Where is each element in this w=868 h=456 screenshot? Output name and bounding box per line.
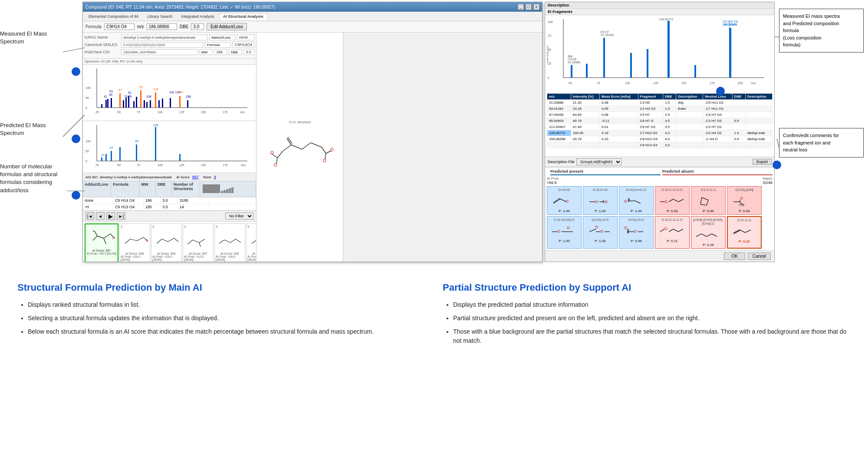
structure-item-selected[interactable]: O AI Score: 867 AI Prob. +50.5 [51/40] <box>85 223 118 262</box>
nav-prev-btn[interactable]: ◄ <box>96 212 105 220</box>
window-titlebar: Compound (ID: 048, RT: 11.04 min, Area: … <box>83 2 542 12</box>
svg-rect-22 <box>170 98 171 108</box>
tab-ai-structural[interactable]: AI Structural Analysis <box>219 13 267 20</box>
svg-line-97 <box>224 240 230 243</box>
partial-item-present[interactable]: O=C(-O-C OO P: 0.99 <box>619 216 654 249</box>
svg-text:O: O <box>664 200 667 204</box>
svg-text:0: 0 <box>85 106 87 109</box>
export-btn[interactable]: Export <box>753 159 772 165</box>
measured-ei-annotation: Measured EI Mass Spectrum <box>0 30 63 46</box>
close-btn[interactable]: × <box>533 4 539 10</box>
rank-value[interactable]: 9 <box>214 175 216 179</box>
partial-item-absent[interactable]: C-O-C-C-C-C O P: 0.21 <box>655 216 690 249</box>
svg-text:125: 125 <box>179 164 184 167</box>
nav-first-btn[interactable]: |◄ <box>85 212 94 220</box>
partial-item-present[interactable]: C-O-C=O OO P: 1.00 <box>583 186 618 215</box>
col-dbe2: DBE <box>732 94 745 100</box>
svg-rect-69 <box>203 184 220 193</box>
nav-play-btn[interactable]: ▶ <box>106 212 115 220</box>
partial-structure-list: Displays the predicted partial structure… <box>443 300 851 345</box>
svg-line-79 <box>104 238 106 244</box>
iupac-value: dimethyl 2-methyl-4-methylidenepentanedi… <box>121 35 207 40</box>
filter-select[interactable]: No Filter <box>225 213 253 220</box>
bottom-li: Displays ranked structural formulas in l… <box>28 300 425 309</box>
svg-line-81 <box>93 231 95 232</box>
svg-text:m/z: m/z <box>751 82 756 85</box>
svg-rect-5 <box>101 104 102 108</box>
svg-text:154: 154 <box>178 91 183 94</box>
svg-line-240 <box>678 229 683 232</box>
partial-item-present[interactable]: C=C×O O P: 1.00 <box>547 186 582 215</box>
svg-text:m/z: m/z <box>241 164 246 167</box>
ai-score-value[interactable]: 867 <box>192 175 199 179</box>
edit-adduct-loss-btn[interactable]: Edit Adduct/Loss <box>207 23 247 30</box>
list-item[interactable]: 2 AI Score: 906 AI Prob. +28.0 [26/40] <box>151 223 182 262</box>
svg-line-213 <box>700 204 707 205</box>
list-item[interactable]: 5 O AI Score: 895 AI Prob. +28.0 [26/40] <box>246 223 256 262</box>
svg-rect-70 <box>221 191 223 193</box>
partial-item-present[interactable]: C-O-C(=O)-C OO P: 1.00 <box>547 216 582 249</box>
svg-rect-50 <box>101 157 102 161</box>
list-item[interactable]: 1 O AI Score: 906 AI Prob. +29.0 [26/40] <box>119 223 150 262</box>
svg-line-94 <box>199 239 205 243</box>
right-panel: Description EI Fragments 0 25 50 75 100 … <box>545 2 775 262</box>
desc-file-select[interactable]: GroupList(English) <box>576 158 622 165</box>
table-row: C9 H14 O4 3.0 <box>547 142 773 148</box>
svg-rect-10 <box>123 100 124 108</box>
mz-input[interactable] <box>147 23 177 30</box>
svg-line-209 <box>673 199 678 202</box>
partial-item-absent[interactable]: C1-C-C-1 P: 0.00 <box>691 186 726 215</box>
col-intensity: Intensity [%] <box>571 94 599 100</box>
main-content: IUPAC Name dimethyl 2-methyl-4-methylide… <box>83 33 542 262</box>
left-panel: IUPAC Name dimethyl 2-methyl-4-methylide… <box>83 33 256 262</box>
svg-line-192 <box>553 198 560 203</box>
formula-bar: Formula m/z DBE Edit Adduct/Loss <box>83 21 542 33</box>
partial-item-absent[interactable]: C-O-C-C-C-C O P: 0.00 <box>655 186 690 215</box>
svg-text:95: 95 <box>135 140 138 143</box>
formula-input[interactable] <box>104 23 135 30</box>
tab-library[interactable]: Library Search <box>143 13 177 20</box>
table-row: -H C9 H13 O4 185 3.5 14 <box>83 204 256 210</box>
structures-grid: O AI Score: 867 AI Prob. +50.5 [51/40] 1… <box>83 222 256 262</box>
nav-last-btn[interactable]: ►| <box>117 212 125 220</box>
svg-text:186.08866: 186.08866 <box>723 23 737 26</box>
ei-fragments-chart: 0 25 50 75 100 Intensity (%) 41.03886 C3… <box>547 17 768 91</box>
list-item[interactable]: 3 AI Score: 897 AI Prob. +12.5 [26/40] <box>183 223 214 262</box>
svg-line-95 <box>199 243 201 247</box>
predicted-present-header: Predicted present <box>550 169 661 175</box>
dbe2-value: 3.0 <box>243 49 254 55</box>
mw-value: 186 <box>214 49 227 55</box>
svg-line-225 <box>589 229 596 232</box>
tab-elemental[interactable]: Elemental Composition of IM <box>85 13 142 20</box>
col-error: Mass Error [mDa] <box>600 94 638 100</box>
nav-controls: |◄ ◄ ▶ ►| No Filter <box>83 211 256 222</box>
partial-item-present[interactable]: C(×O)-O-C OO P: 1.00 <box>583 216 618 249</box>
svg-text:175: 175 <box>710 82 715 85</box>
svg-text:126.06772: 126.06772 <box>659 18 673 21</box>
dbe-input[interactable] <box>191 23 204 30</box>
svg-rect-180 <box>729 28 731 78</box>
list-item[interactable]: 4 AI Score: 895 AI Prob. +28.0 [26/40] <box>214 223 245 262</box>
maximize-btn[interactable]: □ <box>526 4 532 10</box>
blue-dot-confirm <box>773 161 781 169</box>
svg-text:25: 25 <box>95 164 99 167</box>
svg-text:O: O <box>595 200 598 204</box>
svg-text:100: 100 <box>85 140 91 143</box>
num-formulas-annotation: Number of molecular formulas and structu… <box>0 163 67 194</box>
partial-item-present[interactable]: O=C(×c×C-C O P: 1.00 <box>619 186 654 215</box>
svg-line-76 <box>97 236 104 238</box>
svg-rect-167 <box>571 65 572 78</box>
partial-item-absent[interactable]: C(=O)-[OH] OHO P: 0.00 <box>727 186 762 215</box>
ok-btn[interactable]: OK <box>724 253 745 260</box>
partial-item-absent[interactable]: C×C-C-C P: 0.32 <box>727 216 762 249</box>
svg-text:150: 150 <box>681 82 687 85</box>
bottom-li: Below each structural formula is an AI s… <box>28 327 425 336</box>
cancel-btn[interactable]: Cancel <box>748 253 771 260</box>
tab-integrated[interactable]: Integrated Analysis <box>178 13 218 20</box>
partial-item-absent[interactable]: [CH3]-[CH2]-[CH2]-[CH2]-C P: 0.29 <box>691 216 726 249</box>
svg-text:75: 75 <box>137 164 140 167</box>
svg-text:50: 50 <box>117 111 121 114</box>
svg-rect-52 <box>111 151 112 161</box>
minimize-btn[interactable]: _ <box>518 4 524 10</box>
col-mz: m/z <box>547 94 571 100</box>
